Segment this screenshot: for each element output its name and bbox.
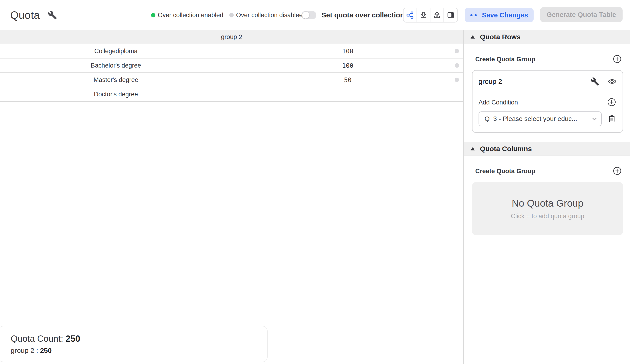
add-condition-button[interactable] xyxy=(607,97,616,107)
toggle-knob xyxy=(302,11,309,18)
collapse-triangle-icon xyxy=(470,147,475,151)
empty-title: No Quota Group xyxy=(512,198,583,209)
share-button[interactable] xyxy=(404,8,417,22)
add-column-quota-group-button[interactable] xyxy=(612,166,622,176)
upload-icon xyxy=(433,11,441,19)
quota-group-card: group 2 Add Condition xyxy=(472,70,623,133)
group-card-divider xyxy=(478,92,616,92)
add-condition-label: Add Condition xyxy=(478,99,518,106)
quota-table-area: group 2 Collegediploma 100 Bachelor's de… xyxy=(0,30,463,364)
enabled-dot-icon xyxy=(151,13,156,17)
main: group 2 Collegediploma 100 Bachelor's de… xyxy=(0,30,630,364)
quota-app: Quota Over collection enabled Over colle… xyxy=(0,0,630,364)
toolbar xyxy=(403,8,458,22)
legend-item-disabled: Over collection disableed xyxy=(229,11,306,19)
group-card-actions xyxy=(590,77,616,86)
eye-icon[interactable] xyxy=(608,77,616,86)
add-condition-row: Add Condition xyxy=(478,97,616,107)
over-collection-toggle[interactable] xyxy=(302,11,316,19)
row-label: Doctor's degree xyxy=(0,87,232,101)
save-dots-icon xyxy=(470,14,477,16)
legend-item-enabled: Over collection enabled xyxy=(151,11,223,19)
quota-value-cell[interactable]: 50 xyxy=(232,73,463,87)
row-label: Bachelor's degree xyxy=(0,58,232,72)
quota-value-cell[interactable]: 100 xyxy=(232,44,463,58)
legend: Over collection enabled Over collection … xyxy=(151,0,306,30)
sidebar: Quota Rows Create Quota Group group 2 xyxy=(463,30,630,364)
row-label: Collegediploma xyxy=(0,44,232,58)
quota-count-card: Quota Count:250 group 2 :250 xyxy=(0,326,268,362)
over-collection-indicator xyxy=(454,63,459,68)
plus-circle-icon xyxy=(612,54,622,64)
condition-select[interactable]: Q_3 - Please select your educ... xyxy=(478,111,602,126)
group-count-line: group 2 :250 xyxy=(11,347,267,355)
download-button[interactable] xyxy=(417,8,430,22)
page-title: Quota xyxy=(10,9,40,21)
over-collection-toggle-group: Set quota over collection xyxy=(302,0,404,30)
quota-value-cell[interactable] xyxy=(232,87,463,101)
trash-icon xyxy=(608,114,616,123)
table-group-header: group 2 xyxy=(0,30,463,44)
row-label: Master's degree xyxy=(0,73,232,87)
create-quota-group-row: Create Quota Group xyxy=(472,54,622,64)
toggle-label: Set quota over collection xyxy=(322,11,404,19)
table-row: Doctor's degree xyxy=(0,87,463,102)
disabled-dot-icon xyxy=(229,13,234,17)
quota-columns-section-header[interactable]: Quota Columns xyxy=(464,142,630,156)
over-collection-indicator xyxy=(454,78,459,82)
no-quota-group-placeholder: No Quota Group Click + to add quota grou… xyxy=(472,182,623,235)
empty-hint: Click + to add quota group xyxy=(511,213,584,220)
quota-count-line: Quota Count:250 xyxy=(11,334,267,344)
quota-columns-title: Quota Columns xyxy=(480,145,532,153)
add-quota-group-button[interactable] xyxy=(612,54,622,64)
save-changes-button[interactable]: Save Changes xyxy=(465,8,534,22)
generate-quota-table-button[interactable]: Generate Quota Table xyxy=(540,7,622,22)
group-card-header: group 2 xyxy=(478,77,616,86)
share-icon xyxy=(406,11,414,19)
condition-row: Q_3 - Please select your educ... xyxy=(478,111,616,126)
quota-count-label: Quota Count: xyxy=(11,334,63,344)
quota-value-cell[interactable]: 100 xyxy=(232,58,463,72)
panel-toggle-button[interactable] xyxy=(444,8,458,22)
upload-button[interactable] xyxy=(430,8,444,22)
create-quota-group-row-columns: Create Quota Group xyxy=(472,166,622,176)
table-row: Collegediploma 100 xyxy=(0,44,463,58)
collapse-triangle-icon xyxy=(470,35,475,39)
title-wrap: Quota xyxy=(10,0,57,30)
plus-circle-icon xyxy=(612,166,622,175)
chevron-down-icon xyxy=(591,115,598,122)
group-count-value: 250 xyxy=(40,347,52,354)
edit-wrench-icon[interactable] xyxy=(590,77,599,86)
section-gap xyxy=(464,133,630,142)
legend-enabled-label: Over collection enabled xyxy=(158,11,223,19)
quota-rows-section-header[interactable]: Quota Rows xyxy=(464,30,630,44)
table-row: Master's degree 50 xyxy=(0,73,463,87)
over-collection-indicator xyxy=(454,49,459,53)
plus-circle-icon xyxy=(607,97,616,107)
table-row: Bachelor's degree 100 xyxy=(0,58,463,73)
header: Quota Over collection enabled Over colle… xyxy=(0,0,630,30)
delete-condition-button[interactable] xyxy=(607,114,616,123)
quota-count-value: 250 xyxy=(66,334,80,344)
wrench-icon[interactable] xyxy=(48,10,57,20)
save-changes-label: Save Changes xyxy=(482,11,528,19)
legend-disabled-label: Over collection disableed xyxy=(236,11,306,19)
download-icon xyxy=(420,11,428,19)
create-quota-group-label: Create Quota Group xyxy=(472,168,535,175)
panel-right-icon xyxy=(447,11,454,19)
create-quota-group-label: Create Quota Group xyxy=(472,56,535,63)
condition-select-value: Q_3 - Please select your educ... xyxy=(484,115,577,123)
quota-rows-title: Quota Rows xyxy=(480,33,520,41)
group-name: group 2 xyxy=(478,77,502,85)
group-count-label: group 2 : xyxy=(11,347,38,354)
